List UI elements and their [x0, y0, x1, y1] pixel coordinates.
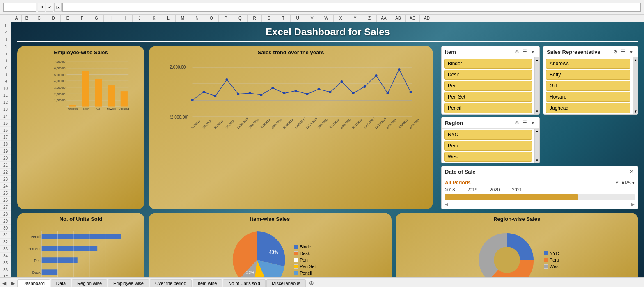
scroll-left-btn[interactable]: ◀ — [445, 202, 448, 207]
svg-text:10/19/2020: 10/19/2020 — [363, 117, 375, 129]
item-pencil[interactable]: Pencil — [444, 103, 532, 113]
col-I[interactable]: I — [118, 15, 133, 22]
col-L[interactable]: L — [161, 15, 176, 22]
fx-btn[interactable]: fx — [54, 3, 62, 12]
svg-point-37 — [237, 93, 240, 95]
region-filter-icon[interactable]: ⚙ — [514, 119, 520, 126]
row-num-12: 12 — [0, 99, 11, 106]
tab-scroll-left[interactable]: ◀ — [0, 280, 9, 287]
col-E[interactable]: E — [61, 15, 75, 22]
tab-item-wise[interactable]: Item wise — [193, 279, 222, 287]
confirm-btn[interactable]: ✓ — [46, 3, 53, 12]
col-H[interactable]: H — [104, 15, 118, 22]
item-pen[interactable]: Pen — [444, 81, 532, 91]
employee-chart-svg: 7,000.00 6,000.00 5,000.00 4,000.00 3,00… — [43, 59, 137, 110]
col-D[interactable]: D — [46, 15, 61, 22]
col-P[interactable]: P — [219, 15, 233, 22]
region-sort-icon[interactable]: ▼ — [529, 119, 536, 126]
col-Q[interactable]: Q — [233, 15, 248, 22]
tab-dashboard[interactable]: Dashboard — [17, 279, 50, 287]
tab-units-sold[interactable]: No of Units sold — [223, 279, 266, 287]
tab-miscellaneous[interactable]: Miscellaneous — [266, 279, 306, 287]
item-desk[interactable]: Desk — [444, 70, 532, 80]
name-box[interactable]: Picture 4 — [3, 3, 36, 12]
formula-input[interactable] — [62, 3, 641, 12]
col-G[interactable]: G — [89, 15, 104, 22]
item-filter-icon[interactable]: ⚙ — [514, 48, 520, 55]
col-X[interactable]: X — [334, 15, 348, 22]
col-N[interactable]: N — [190, 15, 204, 22]
region-clear-icon[interactable]: ☰ — [522, 119, 528, 126]
col-V[interactable]: V — [305, 15, 319, 22]
col-AB[interactable]: AB — [391, 15, 406, 22]
sales-rep-betty[interactable]: Betty — [546, 70, 630, 80]
region-chart-card: Region-wise Sales — [396, 213, 639, 277]
col-AA[interactable]: AA — [377, 15, 391, 22]
svg-text:Pen Set: Pen Set — [28, 247, 41, 251]
col-U[interactable]: U — [291, 15, 305, 22]
item-penset[interactable]: Pen Set — [444, 92, 532, 102]
svg-point-39 — [260, 94, 263, 96]
item-clear-icon[interactable]: ☰ — [522, 48, 528, 55]
date-years-button[interactable]: YEARS ▾ — [616, 180, 635, 186]
row-num-34: 34 — [0, 253, 11, 259]
svg-text:5,000.00: 5,000.00 — [54, 73, 65, 76]
add-sheet-btn[interactable]: ⊕ — [307, 279, 316, 287]
svg-text:4/27/2020: 4/27/2020 — [328, 118, 339, 129]
cancel-btn[interactable]: ✕ — [38, 3, 45, 12]
col-M[interactable]: M — [176, 15, 190, 22]
col-O[interactable]: O — [204, 15, 219, 22]
main-content: 1234567891011121314151617181920212223242… — [0, 22, 644, 277]
pie-chart-svg: 43% 17% 22% 9% 9% — [224, 227, 290, 278]
col-T[interactable]: T — [276, 15, 291, 22]
region-slicer-icons: ⚙ ☰ ▼ — [514, 119, 536, 126]
col-Z[interactable]: Z — [362, 15, 377, 22]
col-B[interactable]: B — [22, 15, 32, 22]
col-J[interactable]: J — [133, 15, 147, 22]
tab-region-wise[interactable]: Region wise — [72, 279, 107, 287]
svg-text:6/17/2021: 6/17/2021 — [409, 118, 420, 129]
sales-rep-clear-icon[interactable]: ☰ — [620, 48, 626, 55]
tab-data[interactable]: Data — [51, 279, 71, 287]
svg-point-38 — [249, 92, 251, 94]
sales-rep-howard[interactable]: Howard — [546, 92, 630, 102]
svg-point-100 — [494, 247, 520, 273]
sales-rep-andrews[interactable]: Andrews — [546, 59, 630, 69]
row-num-3: 3 — [0, 36, 11, 43]
item-scrollbar[interactable]: ▲ ▼ — [534, 57, 539, 114]
col-R[interactable]: R — [248, 15, 262, 22]
svg-rect-23 — [121, 91, 128, 107]
sales-rep-sort-icon[interactable]: ▼ — [628, 48, 635, 55]
col-F[interactable]: F — [75, 15, 89, 22]
region-west[interactable]: West — [444, 152, 532, 162]
region-nyc[interactable]: NYC — [444, 130, 532, 140]
tab-over-the-period[interactable]: Over the period — [150, 279, 192, 287]
col-AC[interactable]: AC — [406, 15, 420, 22]
region-slicer-title: Region — [445, 120, 463, 126]
item-binder[interactable]: Binder — [444, 59, 532, 69]
svg-text:Betty: Betty — [83, 107, 89, 110]
scroll-right-btn[interactable]: ▶ — [631, 202, 635, 207]
col-W[interactable]: W — [319, 15, 334, 22]
col-AD[interactable]: AD — [420, 15, 434, 22]
date-clear-icon[interactable]: ✕ — [629, 168, 635, 175]
tab-employee-wise[interactable]: Employee wise — [108, 279, 149, 287]
svg-text:9/1/2018: 9/1/2018 — [225, 119, 235, 129]
sales-rep-jughead[interactable]: Jughead — [546, 103, 630, 113]
units-chart-svg: Pencil Pen Set Pen Desk Binder — [23, 226, 138, 277]
region-scrollbar[interactable]: ▲ ▼ — [534, 129, 539, 163]
col-S[interactable]: S — [262, 15, 276, 22]
col-Y[interactable]: Y — [348, 15, 362, 22]
west-label: West — [550, 264, 560, 269]
region-peru[interactable]: Peru — [444, 141, 532, 151]
tab-scroll-right[interactable]: ▶ — [9, 280, 17, 287]
col-C[interactable]: C — [32, 15, 46, 22]
svg-rect-78 — [42, 234, 121, 239]
col-K[interactable]: K — [147, 15, 161, 22]
sales-rep-gill[interactable]: Gill — [546, 81, 630, 91]
sales-rep-filter-icon[interactable]: ⚙ — [612, 48, 619, 55]
row-num-33: 33 — [0, 246, 11, 253]
item-sort-icon[interactable]: ▼ — [529, 48, 536, 55]
col-A[interactable]: A — [11, 15, 22, 22]
sales-rep-scrollbar[interactable]: ▲ ▼ — [633, 57, 638, 114]
